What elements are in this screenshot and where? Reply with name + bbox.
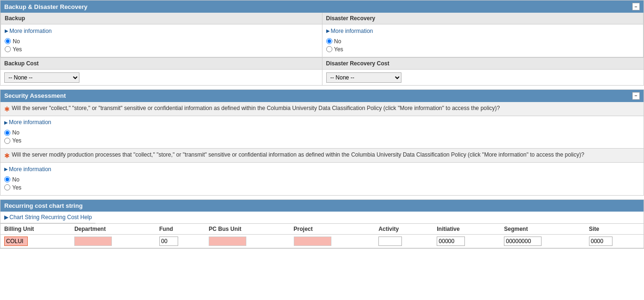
security-q2-more-info-link[interactable]: ▶ More information	[4, 166, 51, 173]
billing-header-row: Billing Unit Department Fund PC Bus Unit…	[0, 224, 644, 235]
security-q2-more-info-text: More information	[9, 166, 51, 173]
security-q2-arrow: ▶	[4, 166, 8, 172]
project-input[interactable]	[294, 237, 331, 246]
disaster-more-info-link[interactable]: ▶ More information	[326, 28, 373, 34]
chart-string-arrow: ▶	[4, 214, 8, 221]
disaster-no-option[interactable]: No	[326, 38, 640, 45]
fund-cell	[156, 234, 205, 248]
initiative-input[interactable]	[437, 237, 465, 246]
security-question2-row: ✱ Will the server modify production proc…	[0, 149, 644, 163]
disaster-yes-option[interactable]: Yes	[326, 46, 640, 53]
department-cell	[71, 234, 156, 248]
disaster-recovery-label: Disaster Recovery	[322, 13, 644, 24]
disaster-more-info-text: More information	[331, 28, 373, 34]
col-site: Site	[585, 224, 644, 235]
security-question1-row: ✱ Will the server "collect," "store," or…	[0, 102, 644, 116]
activity-input[interactable]	[378, 237, 402, 246]
billing-table: Billing Unit Department Fund PC Bus Unit…	[0, 224, 644, 248]
security-q1-more-info-link[interactable]: ▶ More information	[4, 119, 51, 126]
disaster-more-info-arrow: ▶	[326, 28, 330, 33]
col-segment: Segment	[500, 224, 585, 235]
backup-yes-option[interactable]: Yes	[5, 46, 318, 53]
backup-no-option[interactable]: No	[5, 38, 318, 45]
pc-bus-unit-input[interactable]	[209, 237, 246, 246]
backup-cost-select[interactable]: -- None --	[4, 72, 79, 83]
billing-data-row	[0, 234, 644, 248]
segment-cell	[500, 234, 585, 248]
security-q2-radio-group: No Yes	[4, 176, 640, 191]
backup-radio-group: No Yes	[5, 38, 318, 53]
col-billing-unit: Billing Unit	[0, 224, 71, 235]
activity-cell	[375, 234, 433, 248]
security-q1-arrow: ▶	[4, 120, 8, 125]
disaster-cost-select[interactable]: -- None --	[326, 72, 401, 83]
security-answer2-block: ▶ More information No Yes	[0, 163, 644, 195]
backup-no-radio[interactable]	[5, 38, 11, 44]
security-question2-text: Will the server modify production proces…	[12, 151, 584, 158]
security-q1-yes-option[interactable]: Yes	[4, 137, 640, 144]
security-title: Security Assessment	[4, 92, 66, 99]
backup-yes-label: Yes	[13, 46, 22, 53]
required-star-2: ✱	[4, 152, 10, 159]
backup-yes-radio[interactable]	[5, 46, 11, 52]
disaster-yes-label: Yes	[334, 46, 344, 53]
recurring-title: Recurring cost chart string	[4, 202, 83, 209]
backup-disaster-title: Backup & Disaster Recovery	[4, 3, 87, 10]
security-answer1-block: ▶ More information No Yes	[0, 116, 644, 149]
required-star-1: ✱	[4, 105, 10, 113]
chart-string-help-text: Chart String Recurring Cost Help	[9, 214, 92, 221]
backup-no-label: No	[13, 38, 20, 45]
disaster-cost-cell: Disaster Recovery Cost -- None --	[322, 58, 644, 85]
backup-more-info-arrow: ▶	[5, 28, 8, 33]
security-q1-no-option[interactable]: No	[4, 129, 640, 136]
disaster-recovery-column: Disaster Recovery ▶ More information No …	[322, 13, 644, 57]
col-project: Project	[290, 224, 375, 235]
site-input[interactable]	[589, 237, 613, 246]
disaster-no-label: No	[334, 38, 341, 45]
col-pc-bus-unit: PC Bus Unit	[205, 224, 290, 235]
department-input[interactable]	[74, 237, 112, 246]
col-fund: Fund	[156, 224, 205, 235]
billing-unit-cell	[0, 234, 71, 248]
backup-cost-cell: Backup Cost -- None --	[0, 58, 322, 85]
security-q1-radio-group: No Yes	[4, 129, 640, 144]
disaster-radio-group: No Yes	[326, 38, 640, 53]
collapse-security-button[interactable]: −	[632, 92, 640, 100]
collapse-backup-button[interactable]: −	[632, 3, 640, 10]
project-cell	[290, 234, 375, 248]
security-q1-more-info-text: More information	[9, 119, 51, 126]
security-q2-yes-option[interactable]: Yes	[4, 184, 640, 191]
security-q2-yes-label: Yes	[12, 184, 22, 191]
disaster-cost-label: Disaster Recovery Cost	[322, 58, 644, 70]
security-q2-no-label: No	[12, 176, 19, 183]
backup-label: Backup	[1, 13, 322, 24]
security-q1-no-label: No	[12, 129, 19, 136]
pc-bus-unit-cell	[205, 234, 290, 248]
security-q1-no-radio[interactable]	[4, 130, 10, 136]
initiative-cell	[433, 234, 500, 248]
chart-string-help-link[interactable]: ▶ Chart String Recurring Cost Help	[0, 212, 95, 223]
disaster-no-radio[interactable]	[326, 38, 332, 44]
segment-input[interactable]	[504, 237, 542, 246]
disaster-yes-radio[interactable]	[326, 46, 332, 52]
security-header: Security Assessment −	[0, 90, 644, 102]
col-initiative: Initiative	[433, 224, 500, 235]
col-activity: Activity	[375, 224, 433, 235]
security-question1-text: Will the server "collect," "store," or "…	[12, 105, 500, 111]
site-cell	[585, 234, 644, 248]
security-q2-no-radio[interactable]	[4, 176, 10, 182]
backup-disaster-header: Backup & Disaster Recovery −	[0, 0, 644, 13]
backup-more-info-text: More information	[9, 28, 52, 34]
security-q2-yes-radio[interactable]	[4, 184, 10, 190]
security-q1-yes-radio[interactable]	[4, 138, 10, 144]
security-q1-yes-label: Yes	[12, 137, 22, 144]
col-department: Department	[71, 224, 156, 235]
recurring-header: Recurring cost chart string	[0, 200, 644, 212]
fund-input[interactable]	[159, 237, 178, 246]
backup-cost-label: Backup Cost	[0, 58, 322, 70]
billing-unit-input[interactable]	[4, 237, 28, 246]
backup-column: Backup ▶ More information No Yes	[1, 13, 322, 57]
backup-more-info-link[interactable]: ▶ More information	[5, 28, 52, 34]
security-q2-no-option[interactable]: No	[4, 176, 640, 183]
